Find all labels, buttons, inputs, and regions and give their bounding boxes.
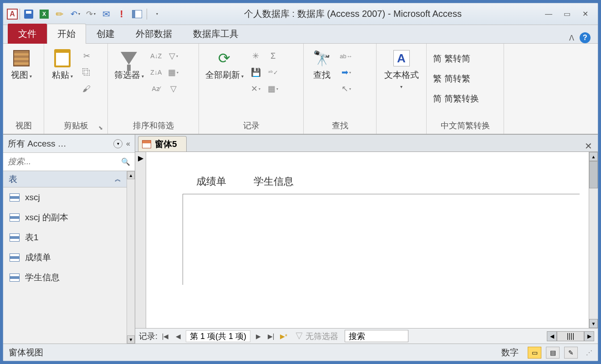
nav-search-input[interactable] (3, 154, 121, 169)
scroll-left-button[interactable]: ◀ (547, 331, 557, 341)
scroll-down-button[interactable]: ▼ (127, 335, 135, 344)
form-canvas[interactable]: 成绩单 学生信息 (146, 152, 589, 328)
toggle-filter-button[interactable]: ▽ (167, 83, 180, 95)
horizontal-scrollbar[interactable]: ◀ |||| ▶ (547, 331, 594, 341)
filter-indicator[interactable]: ▽ 无筛选器 (295, 331, 338, 342)
export-excel-button[interactable]: X (38, 8, 50, 20)
document-tab[interactable]: 窗体5 (138, 136, 187, 152)
minimize-ribbon-button[interactable]: ᐱ (569, 34, 574, 42)
edit-button[interactable]: ✎ (54, 8, 66, 20)
app-icon[interactable]: A (7, 9, 18, 20)
resize-grip[interactable]: ⋰ (586, 349, 592, 356)
advanced-filter-button[interactable]: ▦ (167, 66, 180, 78)
new-record-button[interactable]: ▶* (279, 331, 289, 341)
find-button[interactable]: 🔭查找 (308, 46, 336, 82)
simp-to-trad-button[interactable]: 繁简转繁 (431, 72, 481, 86)
scroll-thumb[interactable] (589, 161, 598, 188)
help-button[interactable]: ? (580, 32, 591, 43)
table-icon (10, 253, 20, 262)
save-record-button[interactable]: 💾 (249, 66, 263, 78)
recnav-label: 记录: (139, 331, 158, 342)
next-record-button[interactable]: ▶ (253, 331, 263, 341)
new-record-button[interactable]: ✳ (249, 50, 263, 62)
text-format-button[interactable]: A文本格式 (381, 46, 422, 93)
tab-database-tools[interactable]: 数据库工具 (183, 24, 249, 44)
nav-item-table[interactable]: xscj (3, 187, 127, 207)
sort-desc-button[interactable]: Z↓A (149, 66, 163, 78)
refresh-all-button[interactable]: ⟳全部刷新 (204, 46, 245, 82)
record-position[interactable]: 第 1 项(共 1 项) (186, 330, 250, 342)
undo-button[interactable]: ↶ (69, 8, 81, 20)
sort-asc-button[interactable]: A↓Z (149, 50, 163, 62)
conversion-button[interactable]: 简简繁转换 (431, 92, 481, 106)
nav-item-table[interactable]: 成绩单 (3, 248, 127, 268)
status-bar: 窗体视图 数字 ▭ ▤ ✎ ⋰ (3, 344, 598, 361)
vertical-scrollbar[interactable]: ▲ ▼ (589, 152, 598, 328)
last-record-button[interactable]: ▶| (266, 331, 276, 341)
nav-item-table[interactable]: xscj 的副本 (3, 207, 127, 228)
layout-view-button[interactable]: ▤ (546, 347, 560, 359)
form-view-button[interactable]: ▭ (528, 347, 541, 359)
sigma-icon: Σ (270, 51, 275, 61)
replace-icon: ab↔ (340, 53, 352, 60)
trad-to-simp-button[interactable]: 简繁转简 (431, 52, 481, 66)
search-icon[interactable]: 🔍 (121, 157, 135, 166)
scroll-down-button[interactable]: ▼ (589, 319, 598, 328)
nav-category-dropdown[interactable]: ▾ (113, 139, 122, 148)
goto-button[interactable]: ➡ (339, 66, 353, 78)
nav-item-table[interactable]: 表1 (3, 228, 127, 248)
form-tab-page[interactable]: 学生信息 (254, 175, 294, 188)
replace-button[interactable]: ab↔ (339, 50, 353, 62)
record-search-input[interactable] (345, 330, 408, 342)
tab-home[interactable]: 开始 (47, 24, 86, 44)
scroll-track[interactable] (127, 179, 135, 335)
selection-filter-button[interactable]: ▽ (167, 50, 180, 62)
status-text: 窗体视图 (9, 347, 43, 359)
tab-create[interactable]: 创建 (86, 24, 125, 44)
group-label: 视图 (8, 118, 39, 133)
scroll-track[interactable] (589, 188, 598, 319)
email-button[interactable]: ✉ (100, 8, 112, 20)
form-tab-page[interactable]: 成绩单 (196, 175, 226, 188)
new-icon: ✳ (252, 51, 259, 61)
close-button[interactable]: ✕ (580, 10, 591, 19)
maximize-button[interactable]: ▭ (561, 10, 572, 19)
close-document-button[interactable]: ✕ (585, 141, 592, 152)
delete-icon: ✕ (251, 84, 258, 94)
nav-scrollbar[interactable]: ▲ ▼ (127, 171, 135, 344)
delete-record-button[interactable]: ✕ (249, 83, 263, 95)
scroll-up-button[interactable]: ▲ (589, 152, 598, 161)
spelling-button[interactable]: ᵃᵇ✓ (266, 66, 280, 78)
scroll-thumb[interactable]: |||| (557, 331, 584, 341)
qat-customize-button[interactable] (151, 8, 163, 20)
scroll-up-button[interactable]: ▲ (127, 171, 135, 179)
more-records-button[interactable]: ▦ (266, 83, 280, 95)
select-button[interactable]: ↖ (339, 83, 353, 95)
redo-button[interactable]: ↷ (85, 8, 97, 20)
nav-group-tables[interactable]: 表︽ (3, 171, 127, 187)
nav-collapse-button[interactable]: « (126, 140, 130, 148)
design-view-button[interactable]: ✎ (564, 347, 578, 359)
cut-button[interactable]: ✂ (80, 50, 93, 62)
tab-file[interactable]: 文件 (8, 24, 47, 44)
minimize-button[interactable]: — (543, 10, 554, 19)
brush-icon: 🖌 (82, 84, 91, 94)
save-button[interactable] (23, 8, 35, 20)
scroll-right-button[interactable]: ▶ (584, 331, 594, 341)
record-selector[interactable]: ▶ (135, 152, 146, 328)
prev-record-button[interactable]: ◀ (173, 331, 183, 341)
filter-button[interactable]: 筛选器 (112, 46, 146, 82)
nav-header[interactable]: 所有 Access … ▾ « (3, 135, 135, 153)
group-text-format: A文本格式 (377, 44, 427, 134)
totals-button[interactable]: Σ (266, 50, 280, 62)
view-button[interactable]: 视图 (8, 46, 35, 82)
nav-item-table[interactable]: 学生信息 (3, 268, 127, 288)
priority-button[interactable]: ! (116, 8, 127, 20)
paste-button[interactable]: 粘贴 (49, 46, 76, 82)
format-painter-button[interactable]: 🖌 (80, 83, 93, 95)
tab-external-data[interactable]: 外部数据 (125, 24, 183, 44)
first-record-button[interactable]: |◀ (160, 331, 170, 341)
copy-button[interactable]: ⿻ (80, 66, 93, 78)
datasheet-button[interactable] (131, 8, 143, 20)
clear-sort-button[interactable]: Aᴢ⁄ (149, 83, 163, 95)
